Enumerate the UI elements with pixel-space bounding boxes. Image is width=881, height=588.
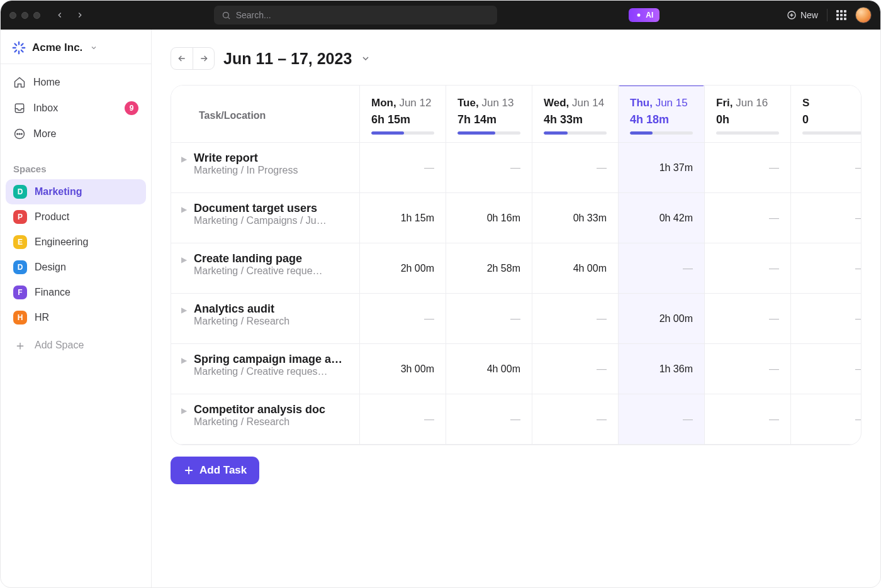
prev-week-button[interactable] bbox=[171, 48, 193, 69]
time-cell[interactable]: — bbox=[705, 193, 791, 243]
task-path: Marketing / Research bbox=[194, 316, 345, 327]
time-cell[interactable]: — bbox=[446, 394, 532, 445]
time-cell[interactable]: — bbox=[532, 394, 619, 445]
column-header-day-0[interactable]: Mon, Jun 126h 15m bbox=[360, 86, 446, 143]
day-total: 0h bbox=[716, 113, 779, 126]
time-cell[interactable]: 1h 15m bbox=[360, 193, 446, 243]
column-header-day-3[interactable]: Thu, Jun 154h 18m bbox=[619, 86, 705, 143]
time-cell[interactable]: 4h 00m bbox=[532, 243, 619, 294]
time-cell[interactable]: — bbox=[791, 243, 861, 294]
time-cell[interactable]: — bbox=[360, 143, 446, 193]
space-badge-icon: E bbox=[13, 235, 27, 249]
expand-icon[interactable]: ▶ bbox=[179, 356, 189, 365]
time-cell[interactable]: — bbox=[619, 243, 705, 294]
column-header-day-4[interactable]: Fri, Jun 160h bbox=[705, 86, 791, 143]
nav-more[interactable]: More bbox=[6, 122, 146, 146]
time-cell[interactable]: 1h 37m bbox=[619, 143, 705, 193]
sidebar: Acme Inc. Home Inbox 9 bbox=[1, 30, 152, 588]
time-cell[interactable]: 0h 42m bbox=[619, 193, 705, 243]
nav-home[interactable]: Home bbox=[6, 70, 146, 94]
sidebar-space-product[interactable]: PProduct bbox=[6, 204, 146, 230]
time-cell[interactable]: — bbox=[705, 394, 791, 445]
space-badge-icon: P bbox=[13, 210, 27, 224]
column-header-day-1[interactable]: Tue, Jun 137h 14m bbox=[446, 86, 532, 143]
svg-point-0 bbox=[223, 12, 228, 18]
date-range-dropdown[interactable] bbox=[361, 53, 371, 64]
add-space-button[interactable]: ＋ Add Space bbox=[6, 333, 146, 358]
time-cell[interactable]: — bbox=[791, 394, 861, 445]
task-row[interactable]: ▶Competitor analysis docMarketing / Rese… bbox=[171, 394, 360, 445]
sidebar-space-engineering[interactable]: EEngineering bbox=[6, 230, 146, 255]
time-cell[interactable]: — bbox=[791, 294, 861, 344]
time-cell[interactable]: — bbox=[360, 294, 446, 344]
task-row[interactable]: ▶Analytics auditMarketing / Research bbox=[171, 294, 360, 344]
sparkle-icon bbox=[635, 11, 643, 19]
time-cell[interactable]: — bbox=[791, 344, 861, 394]
time-cell[interactable]: — bbox=[705, 143, 791, 193]
space-badge-icon: F bbox=[13, 286, 27, 299]
sidebar-space-hr[interactable]: HHR bbox=[6, 305, 146, 330]
task-title: Document target users bbox=[194, 202, 345, 215]
time-cell[interactable]: — bbox=[360, 394, 446, 445]
apps-icon[interactable] bbox=[836, 10, 846, 20]
new-button[interactable]: New bbox=[787, 10, 818, 20]
time-cell[interactable]: — bbox=[532, 143, 619, 193]
space-label: Marketing bbox=[35, 186, 82, 197]
time-cell[interactable]: 0h 16m bbox=[446, 193, 532, 243]
task-row[interactable]: ▶Spring campaign image a…Marketing / Cre… bbox=[171, 344, 360, 394]
sidebar-space-finance[interactable]: FFinance bbox=[6, 280, 146, 305]
day-of-week: Wed, bbox=[544, 97, 569, 109]
time-cell[interactable]: 3h 00m bbox=[360, 344, 446, 394]
svg-point-16 bbox=[19, 133, 20, 135]
timesheet-table: Task/LocationMon, Jun 126h 15mTue, Jun 1… bbox=[171, 85, 861, 445]
svg-line-12 bbox=[15, 50, 17, 52]
expand-icon[interactable]: ▶ bbox=[179, 406, 189, 415]
time-cell[interactable]: 4h 00m bbox=[446, 344, 532, 394]
task-row[interactable]: ▶Create landing pageMarketing / Creative… bbox=[171, 243, 360, 294]
svg-line-13 bbox=[21, 44, 23, 46]
time-cell[interactable]: — bbox=[446, 294, 532, 344]
day-total: 0 bbox=[802, 113, 861, 126]
time-cell[interactable]: 1h 36m bbox=[619, 344, 705, 394]
nav-forward-button[interactable] bbox=[73, 11, 87, 19]
time-cell[interactable]: 0h 33m bbox=[532, 193, 619, 243]
sidebar-space-marketing[interactable]: DMarketing bbox=[6, 179, 146, 204]
expand-icon[interactable]: ▶ bbox=[179, 155, 189, 164]
time-cell[interactable]: 2h 58m bbox=[446, 243, 532, 294]
search-input[interactable]: Search... bbox=[214, 6, 497, 25]
time-cell[interactable]: — bbox=[791, 193, 861, 243]
time-cell[interactable]: — bbox=[705, 294, 791, 344]
time-cell[interactable]: — bbox=[446, 143, 532, 193]
time-cell[interactable]: — bbox=[705, 243, 791, 294]
nav-back-button[interactable] bbox=[53, 11, 67, 19]
sidebar-space-design[interactable]: DDesign bbox=[6, 255, 146, 280]
expand-icon[interactable]: ▶ bbox=[179, 306, 189, 314]
spaces-section-label: Spaces bbox=[1, 152, 151, 179]
column-header-day-2[interactable]: Wed, Jun 144h 33m bbox=[532, 86, 619, 143]
time-cell[interactable]: — bbox=[705, 344, 791, 394]
space-label: Product bbox=[35, 211, 69, 223]
day-progress-bar bbox=[802, 131, 861, 135]
space-label: Engineering bbox=[35, 236, 88, 248]
svg-line-9 bbox=[21, 50, 23, 52]
task-row[interactable]: ▶Document target usersMarketing / Campai… bbox=[171, 193, 360, 243]
avatar[interactable] bbox=[855, 7, 872, 23]
window-controls[interactable] bbox=[9, 12, 40, 19]
ai-button[interactable]: AI bbox=[629, 8, 659, 22]
column-header-day-5[interactable]: S 0 bbox=[791, 86, 861, 143]
time-cell[interactable]: — bbox=[532, 294, 619, 344]
workspace-logo-icon bbox=[12, 41, 26, 55]
workspace-switcher[interactable]: Acme Inc. bbox=[1, 30, 151, 64]
next-week-button[interactable] bbox=[193, 48, 214, 69]
task-row[interactable]: ▶Write reportMarketing / In Progress bbox=[171, 143, 360, 193]
expand-icon[interactable]: ▶ bbox=[179, 255, 189, 264]
time-cell[interactable]: — bbox=[791, 143, 861, 193]
time-cell[interactable]: 2h 00m bbox=[360, 243, 446, 294]
time-cell[interactable]: — bbox=[532, 344, 619, 394]
expand-icon[interactable]: ▶ bbox=[179, 205, 189, 214]
time-cell[interactable]: — bbox=[619, 394, 705, 445]
column-header-task: Task/Location bbox=[171, 86, 360, 143]
add-task-button[interactable]: Add Task bbox=[171, 457, 259, 484]
nav-inbox[interactable]: Inbox 9 bbox=[6, 96, 146, 121]
time-cell[interactable]: 2h 00m bbox=[619, 294, 705, 344]
